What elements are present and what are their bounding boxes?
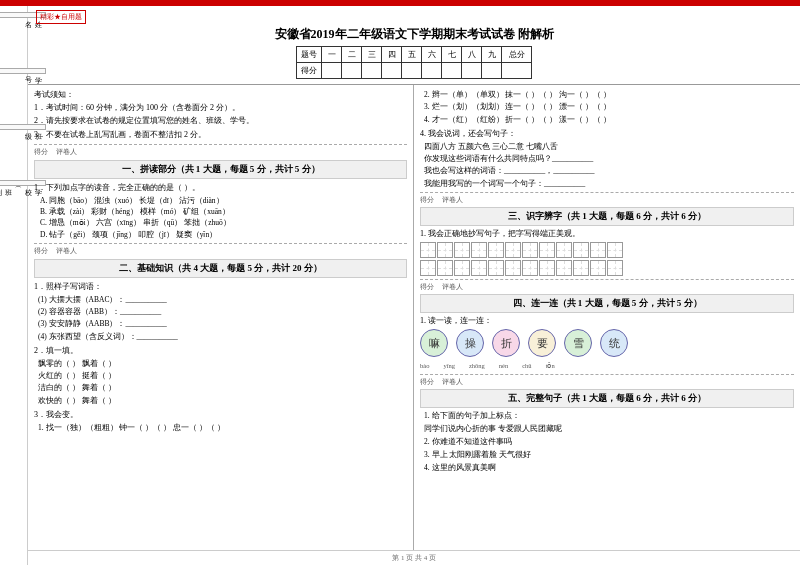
section4-q1: 1. 读一读，连一连： 嘛 操	[420, 315, 794, 371]
hw-box-12	[607, 242, 623, 258]
score-cell-1	[322, 63, 342, 79]
section1-title: 一、拼读部分（共 1 大题，每题 5 分，共计 5 分）	[34, 160, 407, 179]
table-header-8: 八	[462, 47, 482, 63]
section2-q1: 1．照样子写词语： (1) 大摆大摆（ABAC）：___________ (2)…	[34, 281, 407, 342]
hw-box-3	[454, 242, 470, 258]
table-header-total: 总分	[502, 47, 532, 63]
hw-box-22	[573, 260, 589, 276]
char-circle-6: 统	[600, 329, 628, 357]
s2-q2-title: 2．填一填。	[34, 345, 407, 357]
score-cell-4	[382, 63, 402, 79]
table-header-7: 七	[442, 47, 462, 63]
score-reviewer-3: 得分 评卷人	[420, 192, 794, 205]
pinyin-3: zhōng	[469, 361, 485, 371]
score-reviewer-2: 得分 评卷人	[34, 243, 407, 256]
table-header-label: 题号	[297, 47, 322, 63]
content-area: 姓名 学号 班级 学校（班别） 精彩★自用题 安徽省2019年二年级语文下学期期…	[0, 6, 800, 565]
hw-box-8	[539, 242, 555, 258]
handwriting-grid-2	[420, 260, 794, 276]
table-header-5: 五	[402, 47, 422, 63]
doc-title-row: 精彩★自用题	[36, 10, 792, 24]
hw-box-17	[488, 260, 504, 276]
score-cell-total	[502, 63, 532, 79]
char-circle-5: 雪	[564, 329, 592, 357]
q1-option-d: D. 钻子（gěi） 颈项（jǐng） 叩腔（jī） 疑窦（yǐn）	[40, 229, 407, 240]
hw-box-16	[471, 260, 487, 276]
s3-q1-text: 1. 我会正确地抄写句子，把字写得端正美观。	[420, 228, 794, 240]
instruction-1: 1．考试时间：60 分钟，满分为 100 分（含卷面分 2 分）。	[34, 102, 407, 113]
doc-brand: 精彩★自用题	[36, 10, 86, 24]
instructions: 考试须知： 1．考试时间：60 分钟，满分为 100 分（含卷面分 2 分）。 …	[34, 89, 407, 140]
score-reviewer-4: 得分 评卷人	[420, 279, 794, 292]
hw-box-23	[590, 260, 606, 276]
pinyin-row: bào yīng zhōng nén chū tǒn	[420, 361, 794, 371]
score-label-5: 得分	[420, 377, 434, 387]
connect-char-3: 折	[492, 329, 520, 359]
section1-q1: 1．下列加点字的读音，完全正确的的是（ ）。 A. 同胞（bāo） 混浊（xuó…	[34, 182, 407, 240]
pinyin-6: tǒn	[546, 361, 555, 371]
hw-box-10	[573, 242, 589, 258]
main-content: 精彩★自用题 安徽省2019年二年级语文下学期期末考试试卷 附解析 题号 一 二…	[28, 6, 800, 565]
section3-q1: 1. 我会正确地抄写句子，把字写得端正美观。	[420, 228, 794, 276]
q1-option-a: A. 同胞（bāo） 混浊（xuó） 长堤（dī） 沾污（diàn）	[40, 195, 407, 206]
pinyin-4: nén	[499, 361, 508, 371]
score-label-3: 得分	[420, 195, 434, 205]
pinyin-1: bào	[420, 361, 429, 371]
header-section: 精彩★自用题 安徽省2019年二年级语文下学期期末考试试卷 附解析 题号 一 二…	[28, 6, 800, 85]
hw-box-6	[505, 242, 521, 258]
hw-box-18	[505, 260, 521, 276]
section2-q3: 3．我会变。 1. 找一（独）（粗粗） 钟一（ ）（ ） 忠一（ ）（ ）	[34, 409, 407, 433]
table-header-2: 二	[342, 47, 362, 63]
connect-chars-row: 嘛 操 折	[420, 329, 794, 359]
connect-char-4: 要	[528, 329, 556, 359]
connect-char-6: 统	[600, 329, 628, 359]
hw-box-14	[437, 260, 453, 276]
s2-q3-items: 1. 找一（独）（粗粗） 钟一（ ）（ ） 忠一（ ）（ ）	[38, 422, 407, 433]
section2-title: 二、基础知识（共 4 大题，每题 5 分，共计 20 分）	[34, 259, 407, 278]
score-table: 题号 一 二 三 四 五 六 七 八 九 总分	[296, 46, 532, 79]
section2-q2: 2．填一填。 飘零的（ ） 飘着（ ） 火红的（ ） 挺着（ ） 洁白的（ ） …	[34, 345, 407, 406]
left-margin: 姓名 学号 班级 学校（班别）	[0, 6, 28, 565]
q1-option-b: B. 承载（zài） 彩财（héng） 模样（mó） 矿组（xuān）	[40, 206, 407, 217]
score-reviewer-1: 得分 评卷人	[34, 144, 407, 157]
score-row-label: 得分	[297, 63, 322, 79]
hw-box-15	[454, 260, 470, 276]
s4-q1-text: 1. 读一读，连一连：	[420, 315, 794, 327]
instructions-title: 考试须知：	[34, 89, 407, 100]
hw-box-21	[556, 260, 572, 276]
hw-box-1	[420, 242, 436, 258]
s2-q1-title: 1．照样子写词语：	[34, 281, 407, 293]
right-q4-title: 4. 我会说词，还会写句子：	[420, 128, 794, 140]
s2-q1-items: (1) 大摆大摆（ABAC）：___________ (2) 容器容器（ABB）…	[38, 294, 407, 342]
connect-char-2: 操	[456, 329, 484, 359]
s2-q3-title: 3．我会变。	[34, 409, 407, 421]
char-circle-3: 折	[492, 329, 520, 357]
reviewer-label-1: 评卷人	[56, 147, 77, 157]
hw-box-9	[556, 242, 572, 258]
score-cell-8	[462, 63, 482, 79]
score-cell-2	[342, 63, 362, 79]
right-q4-items: 四面八方 五颜六色 三心二意 七嘴八舌 你发现这些词语有什么共同特点吗？____…	[424, 141, 794, 189]
score-cell-5	[402, 63, 422, 79]
table-header-9: 九	[482, 47, 502, 63]
score-reviewer-5: 得分 评卷人	[420, 374, 794, 387]
hw-box-7	[522, 242, 538, 258]
q1-text: 1．下列加点字的读音，完全正确的的是（ ）。	[34, 182, 407, 194]
s2-q2-items: 飘零的（ ） 飘着（ ） 火红的（ ） 挺着（ ） 洁白的（ ） 舞着（ ） 欢…	[38, 358, 407, 406]
pinyin-5: chū	[522, 361, 531, 371]
section3-title: 三、识字辨字（共 1 大题，每题 6 分，共计 6 分）	[420, 207, 794, 226]
right-column: 2. 辫一（单）（单双） 抹一（ ）（ ） 沟一（ ）（ ） 3. 烂一（划）（…	[414, 85, 800, 550]
page: 姓名 学号 班级 学校（班别） 精彩★自用题 安徽省2019年二年级语文下学期期…	[0, 0, 800, 565]
instruction-2: 2．请先按要求在试卷的规定位置填写您的姓名、班级、学号。	[34, 115, 407, 126]
table-header-6: 六	[422, 47, 442, 63]
doc-main-title: 安徽省2019年二年级语文下学期期末考试试卷 附解析	[36, 26, 792, 43]
reviewer-label-4: 评卷人	[442, 282, 463, 292]
hw-box-20	[539, 260, 555, 276]
table-header-4: 四	[382, 47, 402, 63]
section5-title: 五、完整句子（共 1 大题，每题 6 分，共计 6 分）	[420, 389, 794, 408]
right-q3-continue: 2. 辫一（单）（单双） 抹一（ ）（ ） 沟一（ ）（ ） 3. 烂一（划）（…	[420, 89, 794, 125]
complete-sent: 1. 给下面的句子加上标点： 同学们说内心折的事 专爱跟人民团藏呢 2. 你难道…	[424, 410, 794, 474]
score-cell-7	[442, 63, 462, 79]
score-label-2: 得分	[34, 246, 48, 256]
instruction-3: 3．不要在试卷上乱写乱画，卷面不整洁扣 2 分。	[34, 129, 407, 140]
